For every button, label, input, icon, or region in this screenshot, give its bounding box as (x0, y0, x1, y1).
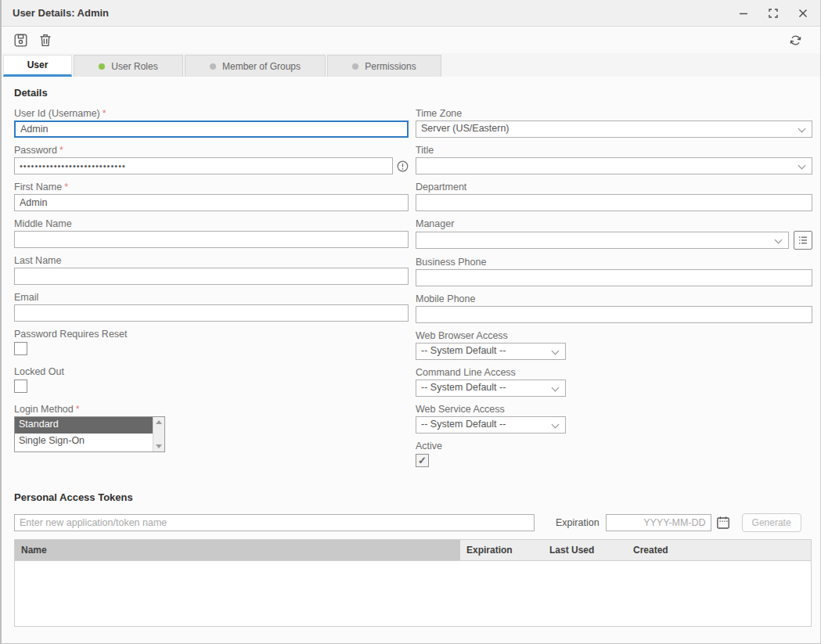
manager-label: Manager (416, 218, 812, 231)
close-button[interactable] (797, 7, 809, 20)
web-service-access-value: -- System Default -- (421, 419, 506, 430)
scroll-up-icon[interactable] (156, 420, 162, 424)
minimize-button[interactable] (737, 7, 750, 20)
manager-browse-button[interactable] (794, 231, 812, 250)
required-marker: * (64, 182, 68, 192)
maximize-button[interactable] (767, 7, 780, 20)
calendar-icon (716, 516, 730, 530)
tab-user-roles[interactable]: User Roles (74, 55, 183, 77)
middle-name-input[interactable] (14, 231, 409, 248)
chevron-down-icon (798, 125, 806, 133)
password-input[interactable] (14, 157, 393, 174)
personal-access-tokens-section: Personal Access Tokens Expiration Genera… (14, 491, 812, 627)
first-name-field-group: First Name* (14, 182, 409, 211)
email-label: Email (14, 292, 409, 304)
last-name-label: Last Name (14, 255, 409, 268)
generate-button[interactable]: Generate (742, 513, 801, 532)
column-header-expiration[interactable]: Expiration (460, 540, 543, 560)
login-method-option-standard[interactable]: Standard (15, 417, 153, 434)
chevron-down-icon (552, 347, 560, 355)
web-browser-access-value: -- System Default -- (421, 345, 506, 356)
token-create-row: Expiration Generate (14, 513, 812, 532)
business-phone-field-group: Business Phone (416, 257, 812, 286)
password-requires-reset-checkbox[interactable] (14, 342, 27, 355)
business-phone-input[interactable] (416, 269, 812, 286)
details-left-column: User Id (Username)* Password* (14, 108, 409, 459)
maximize-icon (769, 9, 778, 18)
business-phone-label: Business Phone (416, 257, 812, 269)
chevron-down-icon (798, 162, 806, 170)
middle-name-field-group: Middle Name (14, 218, 409, 248)
column-header-created[interactable]: Created (627, 540, 811, 560)
active-checkbox[interactable]: ✓ (416, 454, 429, 467)
manager-select[interactable] (416, 232, 789, 249)
user-id-input[interactable] (14, 121, 409, 138)
locked-out-checkbox[interactable] (14, 380, 27, 393)
tokens-table-body (15, 560, 811, 626)
save-button[interactable] (11, 31, 30, 49)
password-requires-reset-group: Password Requires Reset (14, 329, 409, 355)
time-zone-select[interactable]: Server (US/Eastern) (416, 121, 812, 138)
email-input[interactable] (14, 304, 409, 322)
user-tab-content: Details User Id (Username)* Password* (2, 77, 820, 643)
title-bar: User Details: Admin (2, 0, 820, 27)
web-browser-access-label: Web Browser Access (416, 330, 812, 343)
required-marker: * (76, 404, 80, 415)
web-browser-access-group: Web Browser Access -- System Default -- (416, 330, 812, 360)
department-field-group: Department (416, 182, 812, 211)
locked-out-group: Locked Out (14, 366, 409, 393)
active-label: Active (416, 441, 812, 453)
personal-access-tokens-heading: Personal Access Tokens (14, 491, 812, 503)
tab-strip: User User Roles Member of Groups Permiss… (2, 53, 820, 77)
password-field-group: Password* (14, 145, 409, 174)
first-name-input[interactable] (14, 194, 409, 211)
required-marker: * (103, 108, 106, 119)
login-method-listbox[interactable]: Standard Single Sign-On (14, 416, 165, 452)
title-field-group: Title (416, 145, 812, 174)
gray-status-dot-icon (210, 63, 216, 70)
time-zone-value: Server (US/Eastern) (421, 123, 510, 134)
department-input[interactable] (416, 194, 812, 211)
chevron-down-icon (552, 421, 560, 429)
close-icon (798, 9, 808, 18)
tab-permissions-label: Permissions (365, 61, 416, 72)
tab-user[interactable]: User (3, 55, 72, 77)
login-method-option-sso[interactable]: Single Sign-On (15, 434, 153, 450)
column-header-last-used[interactable]: Last Used (543, 540, 627, 560)
login-method-label: Login Method (14, 404, 74, 415)
password-label: Password (14, 145, 57, 156)
green-status-dot-icon (99, 63, 105, 70)
tokens-table-header: Name Expiration Last Used Created (15, 540, 811, 560)
delete-button[interactable] (36, 31, 55, 49)
toolbar (2, 27, 820, 53)
command-line-access-select[interactable]: -- System Default -- (416, 380, 566, 397)
title-label: Title (416, 145, 812, 157)
time-zone-field-group: Time Zone Server (US/Eastern) (416, 108, 812, 138)
last-name-input[interactable] (14, 268, 409, 285)
expiration-date-input[interactable] (606, 514, 711, 531)
window-title: User Details: Admin (13, 7, 109, 19)
title-select[interactable] (416, 157, 812, 174)
tab-permissions[interactable]: Permissions (327, 55, 441, 77)
active-group: Active ✓ (416, 441, 812, 467)
tab-member-of-groups[interactable]: Member of Groups (185, 55, 326, 77)
column-header-name[interactable]: Name (15, 540, 460, 560)
password-alert-icon (397, 160, 409, 172)
web-service-access-select[interactable]: -- System Default -- (416, 416, 566, 434)
minimize-icon (739, 9, 748, 18)
gray-status-dot-icon (352, 63, 358, 70)
first-name-label: First Name (14, 182, 62, 192)
list-icon (798, 235, 808, 246)
refresh-button[interactable] (786, 31, 805, 49)
token-name-input[interactable] (14, 514, 535, 531)
tab-user-roles-label: User Roles (111, 61, 157, 72)
scroll-down-icon[interactable] (156, 444, 162, 448)
listbox-scrollbar[interactable] (153, 417, 164, 452)
calendar-button[interactable] (716, 516, 730, 530)
web-browser-access-select[interactable]: -- System Default -- (416, 343, 566, 360)
details-right-column: Time Zone Server (US/Eastern) Title Depa… (416, 108, 812, 478)
chevron-down-icon (552, 384, 560, 392)
mobile-phone-input[interactable] (416, 306, 812, 323)
login-method-group: Login Method* Standard Single Sign-On (14, 404, 409, 452)
mobile-phone-label: Mobile Phone (416, 293, 812, 306)
